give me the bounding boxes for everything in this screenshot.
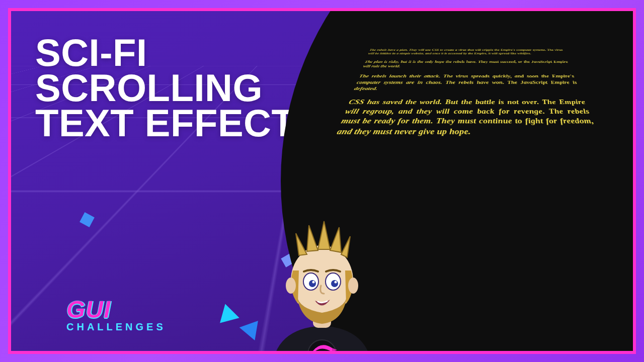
brand-block: GUI CHALLENGES [66,296,166,333]
crawl-para-4: CSS has saved the world. But the battle … [335,98,600,137]
crawl-para-3: The rebels launch their attack. The viru… [353,73,581,92]
floating-square-icon [79,212,95,227]
floating-triangle-icon [215,301,239,323]
crawl-viewport: The rebels have a plan. They will use CS… [301,8,623,354]
brand-main: GUI [66,296,166,323]
thumbnail-frame: SCI-FI SCROLLING TEXT EFFECT The rebels … [8,8,636,354]
title-line-1: SCI-FI [35,35,295,70]
crawl-panel: The rebels have a plan. They will use CS… [281,8,636,354]
crawl-plane: The rebels have a plan. They will use CS… [332,48,604,145]
svg-point-2 [286,278,296,294]
main-title: SCI-FI SCROLLING TEXT EFFECT [35,35,295,141]
crawl-para-2: The plan is risky, but it is the only ho… [362,59,571,68]
title-line-3: TEXT EFFECT [35,106,295,141]
crawl-para-1: The rebels have a plan. They will use CS… [368,48,565,55]
title-line-2: SCROLLING [35,70,295,106]
brand-sub: CHALLENGES [66,321,166,333]
floating-triangle-icon [239,314,266,340]
